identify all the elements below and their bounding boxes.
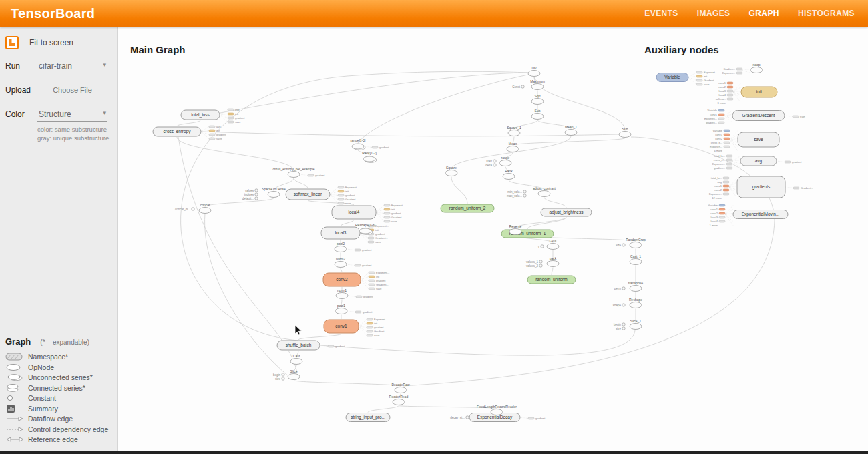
graph-node-local4[interactable]: local4 xyxy=(332,206,376,219)
graph-node-sparsetodense[interactable]: SparseToDense xyxy=(262,187,286,198)
summary-stub xyxy=(228,121,234,123)
graph-node-readerread[interactable]: ReaderRead xyxy=(389,395,409,405)
summary-stub xyxy=(369,284,375,286)
constant-node[interactable]: size xyxy=(275,377,284,381)
nav-tab-events[interactable]: EVENTS xyxy=(644,9,678,18)
graph-node-ru0[interactable]: random_uniform xyxy=(527,276,576,284)
svg-text:Variable: Variable xyxy=(664,75,680,79)
graph-node-string_input[interactable]: string_input_pro... xyxy=(346,413,390,422)
graph-node-square[interactable]: Square xyxy=(445,166,457,176)
fit-to-screen-icon[interactable] xyxy=(5,36,19,49)
graph-node-cast[interactable]: Cast xyxy=(290,354,302,365)
graph-node-variable[interactable]: Variable xyxy=(656,73,688,82)
graph-node-mean[interactable]: Mean xyxy=(507,142,519,152)
constant-node[interactable]: values_1 xyxy=(526,260,542,264)
graph-node-maximum[interactable]: Maximum xyxy=(530,79,545,90)
fit-to-screen-label[interactable]: Fit to screen xyxy=(29,38,73,47)
constant-node[interactable]: Const xyxy=(512,85,524,89)
constant-node[interactable]: begin xyxy=(273,373,284,377)
svg-text:adjust_brightness: adjust_brightness xyxy=(550,210,584,215)
graph-node-mean1[interactable]: Mean_1 xyxy=(565,125,577,136)
graph-node-norm1[interactable]: norm1 xyxy=(336,288,348,299)
nav-tab-graph[interactable]: GRAPH xyxy=(749,9,779,18)
graph-node-pool1[interactable]: pool1 xyxy=(335,304,347,314)
constant-node[interactable]: values xyxy=(245,189,258,192)
graph-node-gradients[interactable]: gradients xyxy=(737,176,785,198)
graph-node-cast1[interactable]: Cast_1 xyxy=(630,254,642,265)
constant-node[interactable]: max_valu... xyxy=(507,194,526,198)
graph-node-save[interactable]: save xyxy=(738,132,779,147)
graph-node-randomcrop[interactable]: RandomCrop xyxy=(626,238,646,248)
graph-node-graddesc[interactable]: GradientDescent xyxy=(732,111,785,121)
svg-text:GradientDescent: GradientDescent xyxy=(742,113,775,118)
nav-tab-histograms[interactable]: HISTOGRAMS xyxy=(798,9,855,18)
graph-node-range13[interactable]: range[1-3] xyxy=(351,138,366,150)
graph-node-subr[interactable]: Sub xyxy=(619,127,631,138)
constant-node[interactable]: default... xyxy=(242,197,258,200)
summary-stub xyxy=(209,130,215,132)
graph-node-rank12[interactable]: Rank[1-2] xyxy=(362,151,377,163)
graph-node-conv2[interactable]: conv2 xyxy=(323,273,361,286)
graph-node-total_loss[interactable]: total_loss xyxy=(181,110,220,120)
color-select[interactable]: Structure ▾ xyxy=(37,108,107,122)
constant-node[interactable]: start xyxy=(486,160,496,163)
constant-node[interactable]: concat_di... xyxy=(175,208,194,211)
graph-node-reshape_op[interactable]: Reshape xyxy=(629,298,642,308)
graph-node-pack[interactable]: pack xyxy=(547,256,559,267)
graph-node-local3[interactable]: local3 xyxy=(321,227,360,239)
svg-text:DecodeRaw: DecodeRaw xyxy=(391,383,410,387)
graph-node-shuffle_batch[interactable]: shuffle_batch xyxy=(277,340,320,350)
constant-node[interactable]: perm xyxy=(614,287,625,290)
svg-text:gradient: gradient xyxy=(376,279,386,282)
graph-node-concat[interactable]: concat xyxy=(199,203,211,214)
graph-node-sqrt[interactable]: Sqrt xyxy=(531,94,544,105)
graph-node-init[interactable]: init xyxy=(741,87,777,97)
graph-node-avg[interactable]: avg xyxy=(740,156,777,166)
svg-text:default...: default... xyxy=(242,197,254,200)
summary-stub xyxy=(308,174,314,176)
graph-node-adj_bright[interactable]: adjust_brightness xyxy=(541,208,592,216)
constant-node[interactable]: shape xyxy=(613,304,625,307)
graph-node-slice[interactable]: Slice xyxy=(288,369,300,380)
graph-node-norm2[interactable]: norm2 xyxy=(335,257,347,268)
constant-node[interactable]: begin xyxy=(614,323,625,326)
summary-stub xyxy=(736,72,742,74)
svg-text:range[1-3]: range[1-3] xyxy=(351,138,366,142)
graph-node-slice1[interactable]: Slice_1 xyxy=(630,319,642,330)
graph-node-ru2[interactable]: random_uniform_2 xyxy=(441,204,494,212)
graph-node-noop[interactable]: noop xyxy=(750,63,763,73)
constant-node[interactable]: min_valu... xyxy=(507,190,526,194)
summary-stub xyxy=(369,280,375,282)
run-label: Run xyxy=(5,61,37,71)
graph-node-sub[interactable]: Sub xyxy=(531,109,544,120)
graph-node-ru1[interactable]: random_uniform_1 xyxy=(501,230,554,238)
constant-node[interactable]: size xyxy=(616,244,625,247)
graph-node-div[interactable]: Div xyxy=(528,66,540,77)
constant-icon xyxy=(5,394,28,402)
graph-node-adj_contrast[interactable]: adjust_contrast xyxy=(533,186,556,197)
main-graph-canvas[interactable]: Constystartdeltamin_valu...max_valu...be… xyxy=(118,27,868,451)
choose-file-button[interactable]: Choose File xyxy=(37,84,107,97)
constant-node[interactable]: delta xyxy=(485,164,496,167)
graph-node-cross_entropy[interactable]: cross_entropy xyxy=(153,127,201,136)
constant-node[interactable]: y xyxy=(538,245,544,248)
constant-node[interactable]: indices xyxy=(244,193,258,196)
svg-text:save: save xyxy=(754,137,763,142)
graph-node-rank[interactable]: Rank xyxy=(503,169,515,180)
constant-node[interactable]: size xyxy=(616,327,625,330)
nav-tab-images[interactable]: IMAGES xyxy=(697,9,730,18)
constant-node[interactable]: decay_st... xyxy=(450,416,469,419)
graph-node-range_op[interactable]: range xyxy=(499,156,511,166)
summary-stub xyxy=(367,330,373,332)
graph-node-square1[interactable]: Square_1 xyxy=(507,126,521,136)
graph-node-softmax_linear[interactable]: softmax_linear xyxy=(286,189,330,200)
graph-node-decoderaw[interactable]: DecodeRaw xyxy=(391,383,410,393)
constant-node[interactable]: values_2 xyxy=(526,264,542,268)
graph-node-expmov[interactable]: ExponentialMovin... xyxy=(733,210,788,219)
graph-node-less[interactable]: Less xyxy=(547,239,559,250)
graph-node-pool2[interactable]: pool2 xyxy=(335,242,347,252)
svg-text:Rank[1-2]: Rank[1-2] xyxy=(362,151,377,155)
graph-node-conv1[interactable]: conv1 xyxy=(324,320,359,333)
run-select[interactable]: cifar-train ▾ xyxy=(37,60,107,73)
graph-node-transpose[interactable]: transpose xyxy=(628,281,643,292)
